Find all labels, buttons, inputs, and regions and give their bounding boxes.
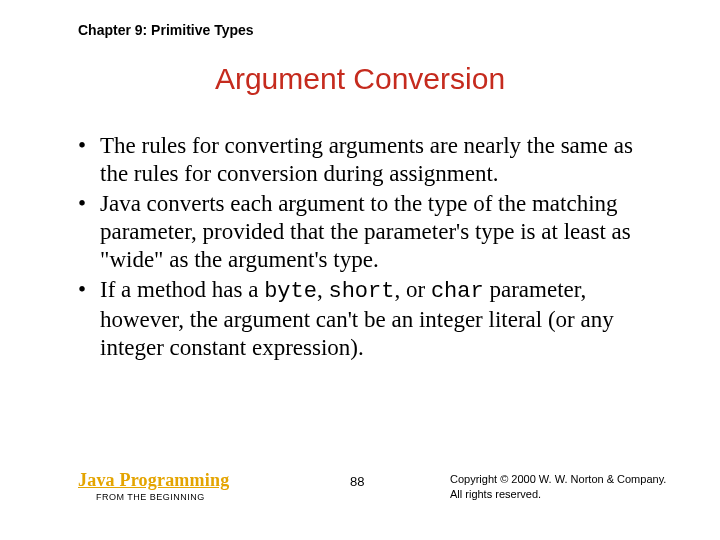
chapter-heading: Chapter 9: Primitive Types: [78, 22, 254, 38]
code-char: char: [431, 279, 484, 304]
bullet-2: Java converts each argument to the type …: [78, 190, 658, 274]
bullet-3-pre: If a method has a: [100, 277, 264, 302]
bullet-1-text: The rules for converting arguments are n…: [100, 133, 633, 186]
page-number: 88: [350, 474, 364, 489]
book-subtitle: FROM THE BEGINNING: [96, 492, 205, 502]
book-title: Java Programming: [78, 470, 229, 491]
bullet-3: If a method has a byte, short, or char p…: [78, 276, 658, 362]
slide-title: Argument Conversion: [0, 62, 720, 96]
bullet-3-mid1: ,: [317, 277, 329, 302]
code-byte: byte: [264, 279, 317, 304]
code-short: short: [328, 279, 394, 304]
bullet-3-mid2: , or: [394, 277, 430, 302]
bullet-2-text: Java converts each argument to the type …: [100, 191, 631, 272]
copyright-line1: Copyright © 2000 W. W. Norton & Company.: [450, 473, 666, 485]
slide-footer: Java Programming FROM THE BEGINNING 88 C…: [78, 470, 680, 516]
bullet-1: The rules for converting arguments are n…: [78, 132, 658, 188]
copyright-line2: All rights reserved.: [450, 488, 541, 500]
copyright: Copyright © 2000 W. W. Norton & Company.…: [450, 472, 666, 502]
slide-body: The rules for converting arguments are n…: [78, 132, 658, 364]
